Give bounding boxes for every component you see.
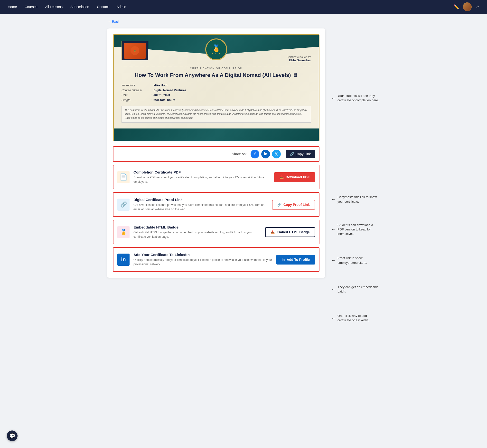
nav-right: ✏️ ↗ bbox=[454, 2, 479, 11]
chat-icon: 💬 bbox=[9, 433, 15, 439]
nav-admin[interactable]: Admin bbox=[116, 5, 126, 9]
cert-logo-inner: 🌴 bbox=[124, 43, 146, 59]
cert-detail-date: Date : Jul 21, 2023 bbox=[122, 93, 311, 97]
download-pdf-label: Download PDF bbox=[286, 175, 310, 179]
share-annotation-arrow: ← bbox=[331, 196, 336, 202]
badge-action-row: 🏅 Embeddable HTML Badge Get a digital HT… bbox=[117, 220, 315, 244]
proof-annotation-text: Proof link to show employers/recruiters. bbox=[337, 256, 380, 265]
cert-annotation: ← Your students will see they certificat… bbox=[331, 94, 380, 102]
label-date: Date bbox=[122, 93, 151, 97]
nav-all-lessons[interactable]: All Lessons bbox=[45, 5, 63, 9]
linkedin-btn-icon: in bbox=[282, 258, 285, 262]
linkedin-icon: in bbox=[117, 254, 130, 266]
proof-icon: 🔗 bbox=[117, 199, 130, 211]
badge-action-title: Embeddable HTML Badge bbox=[133, 225, 261, 229]
value-date: Jul 21, 2023 bbox=[153, 93, 170, 97]
badge-icon: 🏅 bbox=[117, 226, 130, 238]
linkedin-annotation-arrow: ← bbox=[331, 315, 336, 321]
nav-subscription[interactable]: Subscription bbox=[70, 5, 89, 9]
linkedin-action-title: Add Your Certificate To LinkedIn bbox=[133, 253, 272, 257]
value-instructors: Mike Holp bbox=[153, 84, 167, 87]
pdf-action-btn-wrap: 📥 Download PDF bbox=[274, 172, 315, 182]
twitter-share-button[interactable]: 𝕏 bbox=[272, 150, 281, 158]
proof-action-row: 🔗 Digital Certificate Proof Link Get a v… bbox=[117, 193, 315, 216]
badge-annotation-text: They can get an embeddable batch. bbox=[337, 285, 380, 294]
nav-contact[interactable]: Contact bbox=[97, 5, 109, 9]
copy-proof-link-button[interactable]: 🔗 Copy Proof Link bbox=[272, 200, 315, 210]
linkedin-action-container: in Add Your Certificate To LinkedIn Quic… bbox=[113, 247, 319, 272]
settings-icon[interactable]: ✏️ bbox=[454, 4, 459, 9]
copy-icon: 🔗 bbox=[277, 203, 281, 207]
nav-links: Home Courses All Lessons Subscription Co… bbox=[8, 5, 454, 9]
cert-bottom-banner bbox=[114, 128, 319, 141]
linkedin-action-row: in Add Your Certificate To LinkedIn Quic… bbox=[117, 248, 315, 271]
cert-verification-text: This certificate verifies that Ekta Swar… bbox=[122, 106, 311, 123]
pdf-icon: 📄 bbox=[117, 171, 130, 183]
cert-header: 🌴 🏅 ★ ★ ★ Certificate issued to: Ekta Sw… bbox=[122, 41, 311, 62]
copy-link-label: Copy Link bbox=[296, 152, 311, 156]
linkedin-annotation-text: One-click way to add certificate on Link… bbox=[337, 314, 380, 322]
share-annotation-text: Copy/paste this link to show your certif… bbox=[337, 195, 380, 204]
cert-detail-course-taken: Course taken at : Digital Nomad Ventures bbox=[122, 89, 311, 92]
cert-detail-instructors: Instructors : Mike Holp bbox=[122, 84, 311, 87]
cert-subtitle: CERTIFICATION OF COMPLETION bbox=[122, 67, 311, 70]
badge-action-desc: Get a digital HTML badge that you can em… bbox=[133, 230, 261, 239]
medallion-stars: ★ ★ ★ bbox=[212, 52, 220, 55]
share-row: Share on: f in 𝕏 🔗 Copy Link bbox=[113, 146, 319, 162]
chat-button[interactable]: 💬 bbox=[7, 430, 18, 441]
pdf-action-row: 📄 Completion Certificate PDF Download a … bbox=[117, 165, 315, 189]
embed-icon: 📤 bbox=[271, 230, 275, 234]
proof-action-container: 🔗 Digital Certificate Proof Link Get a v… bbox=[113, 192, 319, 217]
embed-html-badge-button[interactable]: 📤 Embed HTML Badge bbox=[265, 227, 315, 237]
issued-to-label: Certificate issued to: bbox=[287, 55, 311, 58]
content-column: 🌴 🏅 ★ ★ ★ Certificate issued to: Ekta Sw… bbox=[107, 28, 325, 278]
cert-annotation-text: Your students will see they certificate … bbox=[337, 94, 380, 102]
nav-courses[interactable]: Courses bbox=[25, 5, 37, 9]
download-icon: 📥 bbox=[280, 175, 284, 179]
navbar: Home Courses All Lessons Subscription Co… bbox=[0, 0, 487, 14]
label-course-taken: Course taken at bbox=[122, 89, 151, 92]
pdf-action-container: 📄 Completion Certificate PDF Download a … bbox=[113, 165, 319, 189]
cert-divider bbox=[122, 66, 311, 66]
facebook-share-button[interactable]: f bbox=[251, 150, 259, 158]
download-pdf-button[interactable]: 📥 Download PDF bbox=[274, 172, 315, 182]
value-course-taken: Digital Nomad Ventures bbox=[153, 89, 186, 92]
cert-medallion: 🏅 ★ ★ ★ bbox=[205, 38, 227, 60]
annotations-column: ← Your students will see they certificat… bbox=[331, 28, 380, 322]
pdf-annotation-text: Students can download a PDF version to k… bbox=[337, 223, 380, 236]
logout-icon[interactable]: ↗ bbox=[476, 4, 479, 9]
pdf-annotation: ← Students can download a PDF version to… bbox=[331, 223, 380, 236]
cert-issued-to: Certificate issued to: Ekta Swarnkar bbox=[287, 41, 311, 62]
linkedin-action-text: Add Your Certificate To LinkedIn Quickly… bbox=[133, 253, 272, 266]
badge-action-text: Embeddable HTML Badge Get a digital HTML… bbox=[133, 225, 261, 239]
share-icons: f in 𝕏 🔗 Copy Link bbox=[251, 150, 315, 158]
main-layout: 🌴 🏅 ★ ★ ★ Certificate issued to: Ekta Sw… bbox=[107, 28, 380, 322]
linkedin-action-desc: Quickly and seamlessly add your certific… bbox=[133, 258, 272, 266]
cert-annotation-arrow: ← bbox=[331, 95, 336, 101]
nav-home[interactable]: Home bbox=[8, 5, 17, 9]
back-link[interactable]: ← Back bbox=[107, 20, 120, 24]
share-annotation: ← Copy/paste this link to show your cert… bbox=[331, 195, 380, 204]
proof-action-text: Digital Certificate Proof Link Get a ver… bbox=[133, 198, 268, 211]
badge-annotation-arrow: ← bbox=[331, 286, 336, 292]
cert-title: How To Work From Anywhere As A Digital N… bbox=[122, 72, 311, 79]
linkedin-share-button[interactable]: in bbox=[261, 150, 270, 158]
label-instructors: Instructors bbox=[122, 84, 151, 87]
svg-text:🌴: 🌴 bbox=[133, 49, 137, 53]
proof-annotation-arrow: ← bbox=[331, 257, 336, 264]
add-to-profile-button[interactable]: in Add To Profile bbox=[276, 255, 315, 265]
page-content: ← Back bbox=[102, 14, 385, 328]
proof-action-desc: Get a verification link that proves that… bbox=[133, 203, 268, 211]
proof-action-title: Digital Certificate Proof Link bbox=[133, 198, 268, 202]
cert-logo: 🌴 bbox=[122, 41, 148, 60]
pdf-action-desc: Download a PDF version of your certifica… bbox=[133, 175, 270, 184]
avatar-image bbox=[463, 2, 472, 11]
linkedin-annotation: ← One-click way to add certificate on Li… bbox=[331, 314, 380, 322]
pdf-annotation-arrow: ← bbox=[331, 226, 336, 232]
linkedin-action-btn-wrap: in Add To Profile bbox=[276, 255, 315, 265]
proof-annotation: ← Proof link to show employers/recruiter… bbox=[331, 256, 380, 265]
back-label: Back bbox=[112, 20, 120, 24]
copy-link-button[interactable]: 🔗 Copy Link bbox=[286, 150, 315, 158]
avatar[interactable] bbox=[463, 2, 472, 11]
link-icon: 🔗 bbox=[290, 152, 294, 156]
